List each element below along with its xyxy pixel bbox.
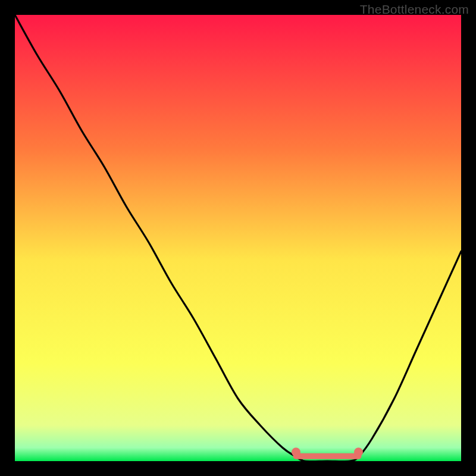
bottleneck-chart	[15, 15, 461, 461]
chart-svg	[15, 15, 461, 461]
gradient-background	[15, 15, 461, 461]
svg-point-2	[354, 447, 363, 456]
svg-point-1	[292, 447, 300, 456]
